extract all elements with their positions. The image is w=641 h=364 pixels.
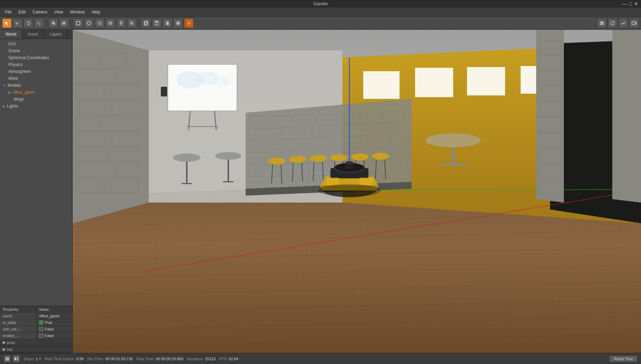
scale-tool-button[interactable]: ⤡: [34, 18, 44, 28]
directional-light-button[interactable]: [127, 18, 137, 28]
svg-rect-108: [168, 64, 237, 111]
status-bar: Steps: 1 ▾ Real Time Factor: 0.99 Sim Ti…: [0, 353, 641, 364]
prop-name-value[interactable]: office_geom: [36, 313, 72, 319]
svg-rect-70: [107, 147, 138, 161]
tree-item-atmosphere[interactable]: Atmosphere: [0, 68, 72, 75]
paste-button[interactable]: [152, 18, 162, 28]
tree-item-scene-label: Scene: [8, 48, 20, 53]
svg-point-5: [109, 22, 111, 24]
svg-marker-158: [326, 178, 339, 185]
pose-arrow-icon: ▶: [3, 340, 6, 345]
svg-rect-101: [249, 165, 277, 177]
maximize-btn[interactable]: □: [629, 1, 632, 7]
tree-item-models[interactable]: ▼ Models: [0, 82, 72, 89]
svg-rect-60: [116, 69, 138, 83]
steps-dropdown-icon[interactable]: ▾: [39, 356, 41, 361]
svg-rect-97: [284, 152, 313, 162]
svg-rect-96: [249, 152, 282, 163]
select-tool-button[interactable]: [2, 18, 12, 28]
align-button[interactable]: [163, 18, 172, 28]
window-controls[interactable]: — □ ✕: [622, 0, 638, 8]
tree-item-spherical-coords[interactable]: Spherical Coordinates: [0, 54, 72, 61]
svg-marker-77: [246, 99, 412, 189]
pause-button[interactable]: [3, 355, 11, 363]
pose-label: pose: [7, 340, 15, 345]
tab-insert[interactable]: Insert: [22, 30, 44, 39]
svg-marker-151: [320, 177, 379, 187]
tree-item-dingo[interactable]: dingo: [0, 96, 72, 103]
svg-marker-56: [73, 30, 149, 223]
menu-help[interactable]: Help: [88, 9, 104, 15]
is-static-checkbox[interactable]: ✓: [39, 320, 43, 325]
prop-is-static-value[interactable]: ✓ True: [36, 319, 72, 326]
svg-rect-104: [341, 162, 370, 175]
tree-item-physics[interactable]: Physics: [0, 61, 72, 68]
menu-file[interactable]: File: [1, 9, 15, 15]
reset-time-button[interactable]: Reset Time: [609, 355, 638, 362]
svg-rect-99: [344, 150, 372, 160]
tree-item-scene[interactable]: Scene: [0, 47, 72, 54]
svg-point-144: [425, 133, 481, 147]
svg-rect-2: [76, 21, 80, 25]
translate-tool-button[interactable]: ✛: [13, 18, 22, 28]
sim-time: Sim Time: 00 00:01:00.730: [87, 357, 133, 361]
svg-point-3: [87, 21, 91, 25]
svg-line-128: [292, 163, 293, 182]
insert-box-button[interactable]: [73, 18, 83, 28]
loop-button[interactable]: [608, 18, 617, 28]
minimize-btn[interactable]: —: [622, 1, 627, 7]
menu-view[interactable]: View: [51, 9, 67, 15]
svg-marker-171: [612, 30, 641, 203]
steps-control: Steps: 1 ▾: [24, 356, 41, 361]
prop-enable-value[interactable]: False: [36, 333, 72, 339]
video-button[interactable]: [629, 18, 639, 28]
chart-button[interactable]: [619, 18, 628, 28]
tab-layers[interactable]: Layers: [44, 30, 68, 39]
rtf-value: 0.99: [76, 357, 83, 361]
fps: FPS: 62.64: [219, 357, 238, 361]
svg-marker-159: [359, 178, 374, 185]
left-panel: World Insert Layers GUI Scene Spherical …: [0, 30, 73, 353]
record-button[interactable]: [184, 18, 194, 28]
undo-button[interactable]: [48, 18, 58, 28]
prop-section-pose[interactable]: ▶ pose: [0, 339, 72, 346]
insert-sphere-button[interactable]: [84, 18, 94, 28]
copy-button[interactable]: [141, 18, 151, 28]
close-btn[interactable]: ✕: [634, 1, 638, 7]
point-light-button[interactable]: [116, 18, 126, 28]
scene-canvas[interactable]: [73, 30, 641, 353]
rotate-tool-button[interactable]: [24, 18, 33, 28]
menu-camera[interactable]: Camera: [29, 9, 51, 15]
svg-rect-21: [144, 22, 147, 25]
screenshot-button[interactable]: [597, 18, 607, 28]
svg-rect-33: [73, 30, 641, 353]
svg-rect-118: [467, 67, 505, 95]
insert-cylinder-button[interactable]: [95, 18, 104, 28]
svg-line-52: [502, 179, 522, 353]
tab-world[interactable]: World: [0, 30, 22, 39]
svg-point-115: [213, 76, 230, 87]
snap-button[interactable]: [173, 18, 183, 28]
3d-viewport[interactable]: [73, 30, 641, 353]
self-coll-checkbox[interactable]: [39, 327, 43, 331]
svg-rect-55: [149, 50, 342, 203]
prop-self-coll-label: self_coll....: [0, 326, 36, 332]
prop-section-link[interactable]: ▶ link: [0, 346, 72, 353]
svg-rect-82: [339, 113, 360, 123]
svg-line-43: [73, 334, 641, 348]
tree-item-lights[interactable]: ▶ Lights: [0, 103, 72, 110]
redo-button[interactable]: [59, 18, 69, 28]
value-col-header: Value: [36, 306, 73, 313]
svg-line-148: [142, 190, 641, 272]
prop-self-coll-value[interactable]: False: [36, 326, 72, 332]
svg-line-110: [214, 111, 216, 130]
tree-item-office-geom[interactable]: ▶ office_geom: [0, 89, 72, 96]
step-button[interactable]: [12, 355, 20, 363]
sun-light-button[interactable]: [106, 18, 115, 28]
menu-window[interactable]: Window: [67, 9, 89, 15]
menu-edit[interactable]: Edit: [15, 9, 29, 15]
enable-checkbox[interactable]: [39, 334, 43, 338]
fps-value: 62.64: [229, 357, 238, 361]
tree-item-gui[interactable]: GUI: [0, 40, 72, 47]
tree-item-wind[interactable]: Wind: [0, 75, 72, 82]
